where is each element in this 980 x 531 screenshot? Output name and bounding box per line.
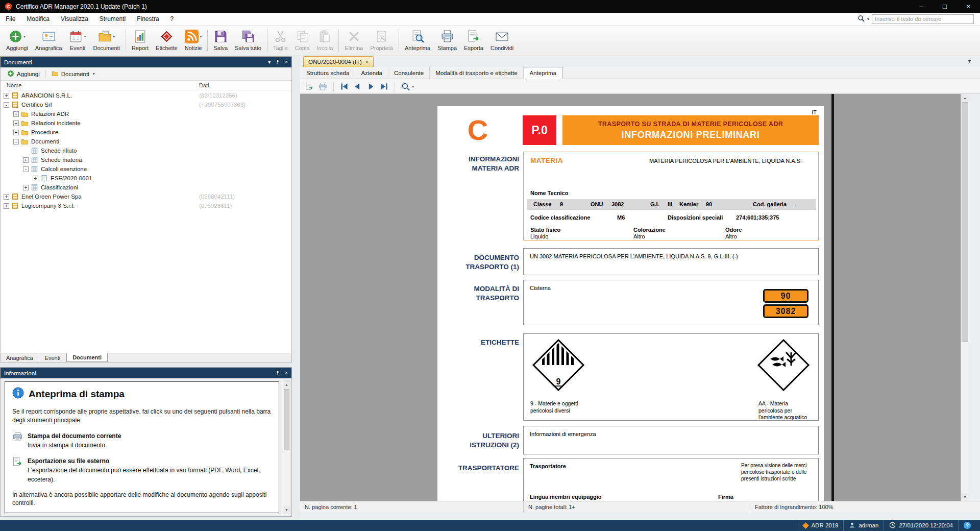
scrollbar-thumb[interactable] [284, 389, 289, 450]
clock-icon [889, 522, 896, 529]
next-page-button[interactable] [366, 82, 375, 91]
tree-label: Relazioni ADR [31, 111, 69, 117]
menu-visualizza[interactable]: Visualizza [55, 13, 94, 25]
scrollbar-thumb[interactable] [962, 102, 968, 342]
menu-strumenti[interactable]: Strumenti [94, 13, 131, 25]
panel-close-icon[interactable]: × [285, 59, 288, 65]
notizie-button[interactable]: ▾ Notizie [181, 27, 206, 54]
tree-toggle[interactable]: + [13, 111, 19, 117]
scroll-up-icon[interactable]: ▲ [961, 94, 969, 102]
tree-toggle[interactable]: + [23, 185, 29, 190]
salva-tutto-button[interactable]: Salva tutto [231, 27, 265, 54]
panel-title: Documenti [4, 59, 263, 65]
tree-row[interactable]: +Relazioni incidente [1, 118, 291, 128]
condividi-button[interactable]: Condividi [487, 27, 517, 54]
last-page-button[interactable] [380, 82, 388, 91]
tree-toggle[interactable]: + [4, 203, 9, 209]
modalita-box: Cisterna 90 3082 [523, 280, 819, 325]
panel-type-dropdown[interactable]: Documenti ▾ [49, 69, 97, 79]
search-input[interactable] [872, 14, 974, 24]
column-dati[interactable]: Dati [199, 82, 209, 88]
tree-toggle[interactable]: - [4, 102, 9, 108]
tree-row[interactable]: +Enel Green Power Spa(0588042111) [1, 192, 291, 201]
minimize-button[interactable]: – [910, 0, 933, 13]
subtab-anteprima[interactable]: Anteprima [524, 67, 562, 79]
subtab-azienda[interactable]: Azienda [355, 67, 388, 79]
tree-row[interactable]: +Logicompany 3 S.r.l.(075923611) [1, 201, 291, 210]
statusbar-help[interactable]: ? [958, 520, 976, 531]
search-icon[interactable] [857, 15, 865, 23]
menu-modifica[interactable]: Modifica [21, 13, 55, 25]
aggiungi-button[interactable]: ▾ Aggiungi [3, 27, 32, 54]
preview-scrollbar[interactable]: ▲ ▼ [961, 94, 969, 501]
tree-row[interactable]: +Relazioni ADR [1, 109, 291, 118]
tree-toggle[interactable]: + [13, 120, 19, 126]
documenti-button[interactable]: ▾ Documenti [89, 27, 124, 54]
tree-row[interactable]: +ARANCIONI S.R.L.(02/12312356) [1, 91, 291, 100]
tree-toggle[interactable]: - [23, 166, 29, 172]
search-caret-icon[interactable]: ▾ [867, 17, 869, 21]
report-button[interactable]: Report [128, 27, 152, 54]
panel-menu-caret-icon[interactable]: ▾ [268, 59, 271, 65]
tab-documenti[interactable]: Documenti [66, 353, 108, 362]
stampa-button[interactable]: Stampa [434, 27, 460, 54]
panel-add-button[interactable]: Aggiungi [5, 69, 42, 79]
print-preview-area[interactable]: IT C P.0 TRASPORTO SU STRADA DI MATERIE … [300, 94, 961, 501]
tree-toggle[interactable]: + [23, 157, 29, 163]
salva-button[interactable]: Salva [210, 27, 231, 54]
panel-close-icon[interactable]: × [285, 370, 288, 376]
subtab-struttura-scheda[interactable]: Struttura scheda [301, 67, 355, 79]
tab-close-icon[interactable]: × [365, 59, 369, 65]
tree-label: Procedure [31, 129, 58, 135]
anteprima-button[interactable]: Anteprima [401, 27, 434, 54]
subtab-modalita-trasporto[interactable]: Modalità di trasporto e etichette [430, 67, 523, 79]
tree-row[interactable]: +ESE/2020-0001 [1, 174, 291, 183]
help-icon[interactable]: ? [964, 522, 971, 529]
tree-row[interactable]: +Schede materia [1, 155, 291, 164]
tree-toggle[interactable]: + [13, 130, 19, 135]
tree-toggle[interactable]: + [33, 176, 38, 181]
maximize-button[interactable]: □ [933, 0, 957, 13]
scroll-up-icon[interactable]: ▲ [283, 381, 290, 389]
pin-icon[interactable] [275, 59, 280, 65]
document-tab[interactable]: ONU/2020-0004 (IT) × [303, 56, 374, 67]
tree-row[interactable]: -Documenti [1, 137, 291, 146]
menu-help[interactable]: ? [165, 13, 180, 25]
tree-column-header[interactable]: Nome Dati [1, 81, 291, 90]
column-nome[interactable]: Nome [7, 82, 21, 88]
scroll-down-icon[interactable]: ▼ [283, 506, 290, 514]
menu-finestra[interactable]: Finestra [131, 13, 164, 25]
scroll-down-icon[interactable]: ▼ [961, 493, 969, 501]
etichette-button[interactable]: Etichette [152, 27, 181, 54]
tree-row[interactable]: +Procedure [1, 128, 291, 137]
anagrafica-button[interactable]: Anagrafica [32, 27, 66, 54]
tab-eventi[interactable]: Eventi [39, 353, 67, 362]
subtab-consulente[interactable]: Consulente [388, 67, 430, 79]
tree-toggle[interactable]: + [4, 194, 9, 200]
first-page-button[interactable] [340, 82, 349, 91]
info-scrollbar[interactable]: ▲ ▼ [283, 380, 290, 514]
eventi-button[interactable]: ▾ Eventi [65, 27, 89, 54]
zoom-button[interactable]: ▾ [401, 82, 414, 91]
menu-file[interactable]: File [0, 13, 21, 25]
tree-row[interactable]: Schede rifiuto [1, 146, 291, 155]
tree-label: Documenti [31, 138, 59, 144]
esporta-button[interactable]: Esporta [460, 27, 487, 54]
tab-anagrafica[interactable]: Anagrafica [1, 353, 39, 362]
tab-list-caret-icon[interactable]: ▼ [967, 59, 972, 64]
report-icon [133, 30, 147, 43]
page-edge-bar [831, 94, 834, 501]
tree-toggle[interactable]: + [4, 93, 9, 99]
print-document-button[interactable] [318, 82, 327, 91]
status-total-pages: N. pagine totali: 1+ [524, 501, 750, 512]
tree-row[interactable]: -Calcoli esenzione [1, 164, 291, 174]
pin-icon[interactable] [275, 370, 280, 376]
dock-bottom-tabs: Anagrafica Eventi Documenti [1, 353, 291, 362]
close-button[interactable]: × [957, 0, 980, 13]
tree-row[interactable]: +Classificazioni [1, 183, 291, 192]
tree-toggle[interactable]: - [13, 139, 19, 144]
export-document-button[interactable] [305, 82, 314, 91]
previous-page-button[interactable] [353, 82, 362, 91]
tree-row[interactable]: -Certifico Srl(+390755997363) [1, 100, 291, 109]
printer-icon [440, 30, 454, 43]
